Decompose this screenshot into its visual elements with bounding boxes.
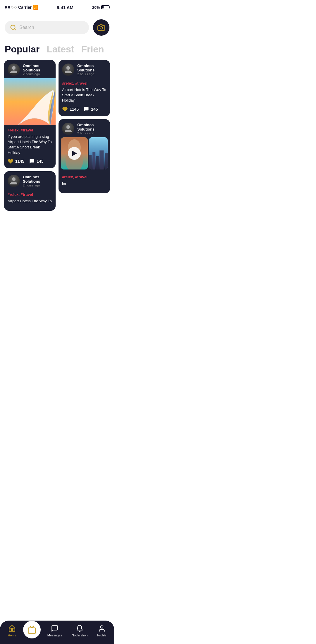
comments-stat-r1: 145 bbox=[83, 106, 98, 112]
card-user-info: Omninos Solutions 2 hours ago bbox=[23, 64, 52, 76]
tab-latest[interactable]: Latest bbox=[47, 44, 74, 55]
battery-percent: 20% bbox=[92, 5, 100, 10]
card-image bbox=[4, 78, 56, 125]
card-username-r2: Omninos Solutions bbox=[77, 123, 107, 131]
likes-stat-r1: 1145 bbox=[62, 106, 79, 112]
status-right: 20% bbox=[92, 5, 109, 10]
card-right-1[interactable]: Omninos Solutions 2 hours ago #relex, #t… bbox=[59, 60, 110, 116]
heart-icon bbox=[8, 158, 13, 164]
svg-rect-8 bbox=[89, 155, 92, 169]
avatar-image-r1 bbox=[62, 64, 74, 76]
card-username-2: Omninos Solutions bbox=[23, 175, 52, 184]
play-button[interactable] bbox=[68, 147, 81, 160]
card-header-r2: Omninos Solutions 2 hours ago bbox=[59, 119, 110, 137]
svg-point-2 bbox=[100, 27, 103, 29]
search-bar[interactable]: Search bbox=[5, 21, 89, 34]
avatar-2 bbox=[8, 175, 20, 187]
tab-friends[interactable]: Frien bbox=[81, 44, 104, 55]
carrier-label: Carrier bbox=[18, 5, 32, 10]
video-thumbnail[interactable] bbox=[61, 137, 88, 169]
comment-icon bbox=[29, 158, 35, 164]
svg-rect-10 bbox=[96, 156, 99, 169]
card-body-r1: #relex, #travel Airport Hotels The Way T… bbox=[59, 78, 110, 116]
svg-rect-9 bbox=[92, 152, 95, 169]
card-left-1[interactable]: Omninos Solutions 2 hours ago bbox=[4, 60, 56, 168]
signal-dot-1 bbox=[5, 6, 7, 8]
search-placeholder: Search bbox=[19, 25, 34, 30]
search-row: Search bbox=[0, 16, 114, 39]
card-time-2: 2 hours ago bbox=[23, 184, 52, 187]
battery-fill bbox=[102, 6, 104, 8]
search-icon bbox=[10, 24, 16, 31]
left-column: Omninos Solutions 2 hours ago bbox=[4, 60, 56, 211]
card-stats-r1: 1145 145 bbox=[62, 106, 107, 112]
video-thumbnail-2 bbox=[89, 137, 108, 169]
card-time-r1: 2 hours ago bbox=[77, 72, 107, 76]
content-grid: Omninos Solutions 2 hours ago bbox=[0, 57, 114, 214]
card-username: Omninos Solutions bbox=[23, 64, 52, 72]
status-time: 9:41 AM bbox=[57, 5, 73, 10]
card-time: 2 hours ago bbox=[23, 72, 52, 76]
right-column: Omninos Solutions 2 hours ago #relex, #t… bbox=[59, 60, 110, 211]
avatar-image bbox=[8, 64, 20, 76]
signal-dot-4 bbox=[14, 6, 17, 8]
heart-icon-r1 bbox=[62, 106, 68, 112]
card-left-2[interactable]: Omninos Solutions 2 hours ago #relex, #t… bbox=[4, 171, 56, 211]
card-title-r1: Airport Hotels The Way To Start A Short … bbox=[62, 87, 107, 103]
likes-count-r1: 1145 bbox=[70, 107, 79, 112]
card-stats: 1145 145 bbox=[8, 158, 52, 164]
comments-stat: 145 bbox=[29, 158, 43, 164]
card-time-r2: 2 hours ago bbox=[77, 131, 107, 135]
tab-header: Popular Latest Frien bbox=[0, 39, 114, 57]
avatar-image-2 bbox=[8, 175, 20, 187]
card-images-row bbox=[59, 137, 110, 172]
card-header-2: Omninos Solutions 2 hours ago bbox=[4, 171, 56, 189]
wifi-icon: 📶 bbox=[33, 5, 38, 10]
content-spacer bbox=[0, 214, 114, 240]
comment-icon-r1 bbox=[83, 106, 89, 112]
card-right-2[interactable]: Omninos Solutions 2 hours ago bbox=[59, 119, 110, 193]
tab-popular[interactable]: Popular bbox=[5, 44, 40, 55]
card-username-r1: Omninos Solutions bbox=[77, 64, 107, 72]
card-tags-r1: #relex, #travel bbox=[62, 81, 107, 85]
status-bar: Carrier 📶 9:41 AM 20% bbox=[0, 0, 114, 13]
comments-count: 145 bbox=[37, 159, 43, 164]
battery-icon bbox=[101, 5, 109, 9]
card-title-r2: ler bbox=[62, 181, 107, 186]
avatar-image-r2 bbox=[62, 123, 74, 135]
card-header-r1: Omninos Solutions 2 hours ago bbox=[59, 60, 110, 78]
signal-dot-2 bbox=[8, 6, 10, 8]
card-user-info-r2: Omninos Solutions 2 hours ago bbox=[77, 123, 107, 135]
card-tags-r2: #relex, #travel bbox=[62, 175, 107, 179]
card-user-info-r1: Omninos Solutions 2 hours ago bbox=[77, 64, 107, 76]
card-body: #relex, #travel If you are plaining a st… bbox=[4, 125, 56, 168]
card-header: Omninos Solutions 2 hours ago bbox=[4, 60, 56, 78]
camera-icon bbox=[97, 24, 105, 31]
card-body-2: #relex, #travel Airport Hotels The Way T… bbox=[4, 189, 56, 211]
card-tags: #relex, #travel bbox=[8, 128, 52, 132]
comments-count-r1: 145 bbox=[91, 107, 98, 112]
signal-dot-3 bbox=[11, 6, 13, 8]
svg-rect-12 bbox=[105, 153, 108, 169]
card-body-r2: #relex, #travel ler bbox=[59, 172, 110, 193]
camera-button[interactable] bbox=[93, 19, 109, 36]
likes-stat: 1145 bbox=[8, 158, 24, 164]
signal-dots bbox=[5, 6, 17, 8]
avatar-r1 bbox=[62, 64, 74, 76]
avatar-r2 bbox=[62, 123, 74, 135]
card-tags-2: #relex, #travel bbox=[8, 192, 52, 197]
svg-rect-11 bbox=[99, 150, 104, 169]
card-user-info-2: Omninos Solutions 2 hours ago bbox=[23, 175, 52, 187]
avatar bbox=[8, 64, 20, 76]
likes-count: 1145 bbox=[15, 159, 24, 164]
play-triangle bbox=[72, 151, 77, 156]
card-title-2: Airport Hotels The Way To bbox=[8, 198, 52, 204]
status-left: Carrier 📶 bbox=[5, 5, 38, 10]
svg-line-1 bbox=[14, 29, 16, 30]
card-title: If you are plaining a stag Airport Hotel… bbox=[8, 134, 52, 155]
